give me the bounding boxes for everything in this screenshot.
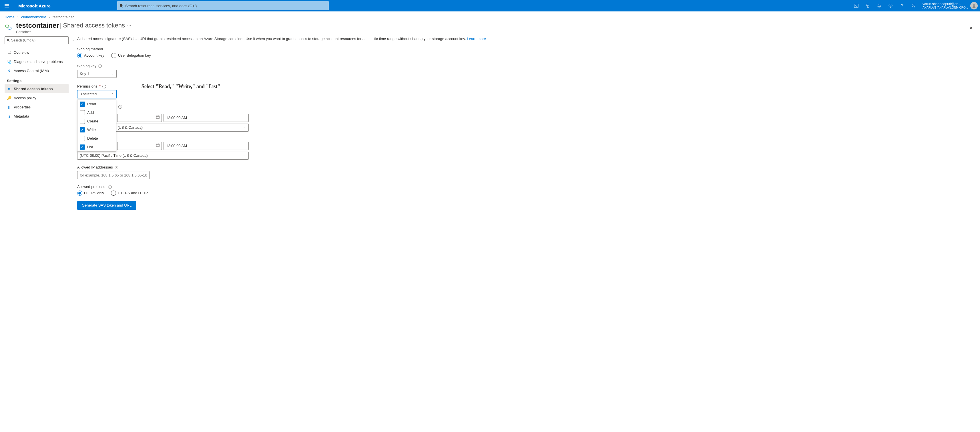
svg-point-1 xyxy=(890,5,891,6)
start-date-input[interactable] xyxy=(117,114,162,122)
directories-icon[interactable] xyxy=(862,3,873,8)
signing-method-user-delegation[interactable]: User delegation key xyxy=(111,53,151,58)
breadcrumb-account[interactable]: cloudworksdev xyxy=(21,15,46,19)
iam-icon: 🛉 xyxy=(7,69,11,73)
sidebar-item-label: Overview xyxy=(14,50,29,55)
menu-button[interactable] xyxy=(0,0,14,11)
metadata-icon: ℹ xyxy=(7,114,11,118)
notifications-icon[interactable] xyxy=(873,3,885,8)
chevron-right-icon xyxy=(47,15,51,19)
close-button[interactable]: ✕ xyxy=(966,23,975,32)
top-icons xyxy=(851,0,919,11)
end-date-input[interactable] xyxy=(117,142,162,150)
svg-rect-7 xyxy=(156,144,159,147)
brand: Microsoft Azure xyxy=(14,0,55,11)
overview-icon: 🖵 xyxy=(7,50,11,55)
protocol-https-and-http[interactable]: HTTPS and HTTP xyxy=(111,191,148,196)
svg-point-5 xyxy=(8,27,11,29)
global-search[interactable] xyxy=(117,1,329,10)
perm-option-write[interactable]: Write xyxy=(78,126,116,134)
sidebar-item-metadata[interactable]: ℹ Metadata xyxy=(5,112,68,121)
generate-sas-button[interactable]: Generate SAS token and URL xyxy=(77,201,136,210)
calendar-icon xyxy=(156,115,160,120)
checkbox-icon xyxy=(80,102,85,107)
signing-key-label: Signing key xyxy=(77,64,96,69)
info-icon[interactable] xyxy=(118,105,122,109)
info-icon[interactable] xyxy=(108,185,112,189)
sidebar-item-label: Shared access tokens xyxy=(14,87,53,91)
cloud-shell-icon[interactable] xyxy=(851,3,862,8)
instruction-annotation: Select "Read," "Write," and "List" xyxy=(142,83,220,90)
page-section: Shared access tokens xyxy=(63,22,125,29)
sidebar-item-label: Access policy xyxy=(14,96,36,100)
account-tenant: ANAPLAN (ANAPLAN.ONMICRO... xyxy=(923,6,968,9)
sidebar-item-label: Diagnose and solve problems xyxy=(14,59,63,64)
more-button[interactable]: ··· xyxy=(125,22,133,29)
sidebar-item-overview[interactable]: 🖵 Overview xyxy=(5,48,68,57)
token-icon: ∞ xyxy=(7,87,11,91)
sidebar-item-iam[interactable]: 🛉 Access Control (IAM) xyxy=(5,66,68,75)
permissions-select[interactable]: 3 selected xyxy=(77,90,117,98)
signing-method-label: Signing method xyxy=(77,47,975,52)
radio-icon xyxy=(111,53,116,58)
search-icon xyxy=(6,38,10,42)
start-time-input[interactable]: 12:00:00 AM xyxy=(164,114,249,122)
chevron-down-icon xyxy=(243,125,246,130)
account-menu[interactable]: varun.shahdadpuri@an... ANAPLAN (ANAPLAN… xyxy=(919,0,980,11)
svg-rect-0 xyxy=(854,4,858,8)
feedback-icon[interactable] xyxy=(908,3,919,8)
avatar xyxy=(970,2,978,10)
end-time-input[interactable]: 12:00:00 AM xyxy=(164,142,249,150)
sidebar-search[interactable] xyxy=(5,36,68,45)
sidebar-item-diagnose[interactable]: 🩺 Diagnose and solve problems xyxy=(5,57,68,66)
breadcrumb-current: testcontainer xyxy=(52,15,74,19)
key-icon: 🔑 xyxy=(7,96,11,100)
sidebar-item-properties[interactable]: ⫼ Properties xyxy=(5,102,68,112)
perm-option-create[interactable]: Create xyxy=(78,117,116,126)
info-icon[interactable] xyxy=(102,84,106,88)
chevron-up-icon xyxy=(111,92,114,97)
radio-icon xyxy=(111,191,116,196)
resource-type: Container xyxy=(16,30,133,34)
page-header: testcontainer | Shared access tokens ···… xyxy=(0,20,980,36)
info-icon[interactable] xyxy=(98,64,102,68)
signing-method-account-key[interactable]: Account key xyxy=(77,53,104,58)
perm-option-list[interactable]: List xyxy=(78,143,116,151)
sidebar-item-access-policy[interactable]: 🔑 Access policy xyxy=(5,93,68,102)
breadcrumb-home[interactable]: Home xyxy=(5,15,14,19)
intro-text: A shared access signature (SAS) is a URI… xyxy=(77,36,975,41)
container-icon xyxy=(5,23,13,32)
checkbox-icon xyxy=(80,110,85,115)
allowed-ip-label: Allowed IP addresses xyxy=(77,165,113,170)
permissions-dropdown[interactable]: Read Add Create Write Delete xyxy=(77,100,116,151)
sidebar-search-input[interactable] xyxy=(11,38,67,42)
checkbox-icon xyxy=(80,145,85,150)
settings-icon[interactable] xyxy=(885,3,896,8)
account-email: varun.shahdadpuri@an... xyxy=(923,2,968,6)
protocol-https-only[interactable]: HTTPS only xyxy=(77,191,104,196)
collapse-sidebar-button[interactable] xyxy=(73,38,75,42)
allowed-ip-input[interactable] xyxy=(77,171,150,179)
perm-option-add[interactable]: Add xyxy=(78,108,116,117)
sidebar-item-sas[interactable]: ∞ Shared access tokens xyxy=(5,84,68,93)
global-search-input[interactable] xyxy=(125,4,326,8)
diagnose-icon: 🩺 xyxy=(7,59,11,64)
info-icon[interactable] xyxy=(115,166,118,169)
permissions-label: Permissions xyxy=(77,84,97,89)
page-title: testcontainer xyxy=(16,21,59,29)
help-icon[interactable] xyxy=(896,3,908,8)
perm-option-delete[interactable]: Delete xyxy=(78,134,116,143)
chevron-down-icon xyxy=(243,153,246,158)
radio-icon xyxy=(77,191,82,196)
search-icon xyxy=(119,4,124,8)
checkbox-icon xyxy=(80,136,85,141)
top-bar: Microsoft Azure varun.shahdadpuri@an... … xyxy=(0,0,980,11)
sidebar-item-label: Metadata xyxy=(14,114,29,118)
perm-option-read[interactable]: Read xyxy=(78,100,116,108)
radio-icon xyxy=(77,53,82,58)
svg-rect-6 xyxy=(156,116,159,119)
sidebar-item-label: Access Control (IAM) xyxy=(14,69,49,73)
end-timezone-select[interactable]: (UTC-08:00) Pacific Time (US & Canada) xyxy=(77,151,249,159)
learn-more-link[interactable]: Learn more xyxy=(467,37,486,41)
signing-key-select[interactable]: Key 1 xyxy=(77,70,117,78)
